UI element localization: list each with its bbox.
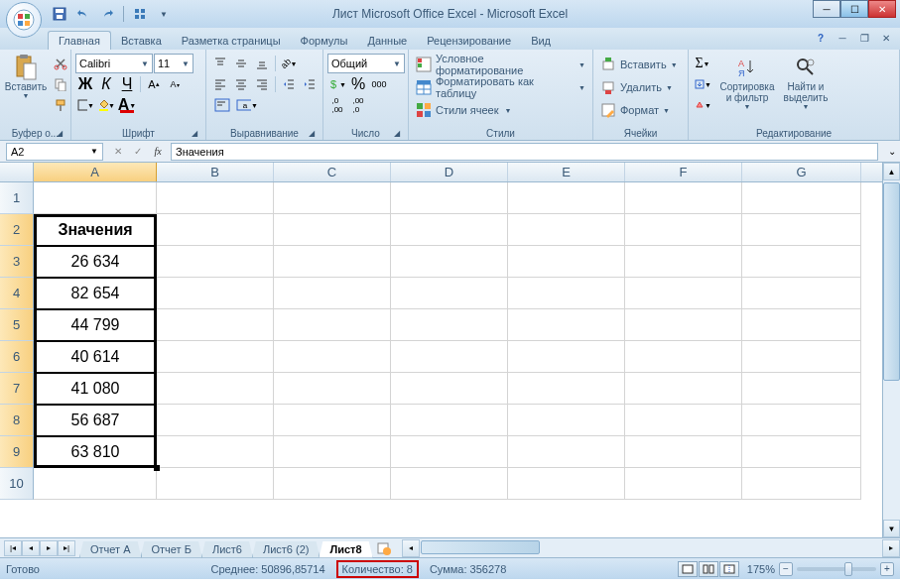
column-header-B[interactable]: B	[157, 163, 274, 181]
row-header-4[interactable]: 4	[0, 278, 34, 309]
help-icon[interactable]: ?	[813, 30, 829, 46]
cell-C7[interactable]	[274, 373, 391, 405]
tab-review[interactable]: Рецензирование	[417, 32, 521, 50]
row-header-7[interactable]: 7	[0, 373, 34, 405]
last-sheet-icon[interactable]: ▸|	[58, 540, 75, 556]
cell-A5[interactable]: 44 799	[34, 309, 157, 341]
cell-F9[interactable]	[625, 436, 742, 468]
row-header-2[interactable]: 2	[0, 214, 34, 246]
scroll-up-icon[interactable]: ▲	[883, 163, 900, 180]
scroll-down-icon[interactable]: ▼	[883, 520, 900, 537]
clear-icon[interactable]: ▼	[693, 95, 712, 115]
cell-G3[interactable]	[742, 246, 861, 278]
row-header-6[interactable]: 6	[0, 341, 34, 373]
cell-D6[interactable]	[391, 341, 508, 373]
cell-E1[interactable]	[508, 182, 625, 214]
align-middle-icon[interactable]	[231, 54, 251, 73]
enter-formula-icon[interactable]: ✓	[129, 143, 147, 161]
cell-G10[interactable]	[742, 468, 861, 500]
tab-view[interactable]: Вид	[521, 32, 561, 50]
cell-F10[interactable]	[625, 468, 742, 500]
row-header-8[interactable]: 8	[0, 405, 34, 436]
next-sheet-icon[interactable]: ▸	[40, 540, 58, 556]
row-header-5[interactable]: 5	[0, 309, 34, 341]
cut-icon[interactable]	[51, 54, 70, 73]
maximize-button[interactable]: ☐	[840, 0, 868, 18]
cell-F1[interactable]	[625, 182, 742, 214]
copy-icon[interactable]	[51, 74, 70, 94]
column-header-C[interactable]: C	[274, 163, 391, 181]
cell-E6[interactable]	[508, 341, 625, 373]
qat-custom-icon[interactable]	[130, 4, 150, 24]
cell-G4[interactable]	[742, 278, 861, 309]
cell-F7[interactable]	[625, 373, 742, 405]
number-format-combo[interactable]: Общий▼	[327, 54, 405, 73]
cell-B3[interactable]	[157, 246, 274, 278]
cell-A9[interactable]: 63 810	[34, 436, 157, 468]
underline-button[interactable]: Ч	[117, 74, 137, 94]
align-right-icon[interactable]	[252, 74, 272, 94]
cell-A8[interactable]: 56 687	[34, 405, 157, 436]
sheet-tab-1[interactable]: Отчет Б	[141, 541, 202, 558]
zoom-slider[interactable]	[797, 567, 876, 571]
orientation-icon[interactable]: ab▼	[279, 54, 299, 73]
expand-formula-icon[interactable]: ⌄	[884, 146, 900, 157]
cell-B7[interactable]	[157, 373, 274, 405]
cell-A1[interactable]	[34, 182, 157, 214]
cell-D10[interactable]	[391, 468, 508, 500]
italic-button[interactable]: К	[96, 74, 116, 94]
cell-D1[interactable]	[391, 182, 508, 214]
cell-C4[interactable]	[274, 278, 391, 309]
row-header-1[interactable]: 1	[0, 182, 34, 214]
cell-G1[interactable]	[742, 182, 861, 214]
cell-F3[interactable]	[625, 246, 742, 278]
cell-B10[interactable]	[157, 468, 274, 500]
formula-input[interactable]: Значения	[171, 143, 878, 161]
cell-A4[interactable]: 82 654	[34, 278, 157, 309]
cell-E3[interactable]	[508, 246, 625, 278]
cell-E9[interactable]	[508, 436, 625, 468]
font-size-combo[interactable]: 11▼	[154, 54, 193, 73]
cell-C8[interactable]	[274, 405, 391, 436]
increase-decimal-icon[interactable]: ,0,00	[327, 95, 347, 115]
undo-icon[interactable]	[73, 4, 93, 24]
cell-B2[interactable]	[157, 214, 274, 246]
cell-E7[interactable]	[508, 373, 625, 405]
cell-D3[interactable]	[391, 246, 508, 278]
restore-window-icon[interactable]: ❐	[856, 30, 872, 46]
column-header-G[interactable]: G	[742, 163, 861, 181]
align-left-icon[interactable]	[210, 74, 230, 94]
cell-G2[interactable]	[742, 214, 861, 246]
autosum-icon[interactable]: Σ▼	[693, 54, 712, 73]
column-header-F[interactable]: F	[625, 163, 742, 181]
cell-A3[interactable]: 26 634	[34, 246, 157, 278]
sort-filter-button[interactable]: АЯ Сортировка и фильтр▼	[719, 54, 775, 113]
format-painter-icon[interactable]	[51, 95, 70, 115]
save-icon[interactable]	[50, 4, 69, 24]
tab-page-layout[interactable]: Разметка страницы	[172, 32, 291, 50]
decrease-indent-icon[interactable]	[279, 74, 299, 94]
clipboard-launcher-icon[interactable]: ◢	[55, 129, 64, 139]
decrease-font-icon[interactable]: A▾	[165, 74, 185, 94]
number-launcher-icon[interactable]: ◢	[392, 129, 402, 139]
tab-formulas[interactable]: Формулы	[291, 32, 358, 50]
column-header-E[interactable]: E	[508, 163, 625, 181]
scroll-left-icon[interactable]: ◂	[402, 539, 420, 557]
cell-F2[interactable]	[625, 214, 742, 246]
column-header-A[interactable]: A	[34, 163, 157, 181]
horizontal-scrollbar[interactable]: ◂ ▸	[402, 539, 900, 557]
alignment-launcher-icon[interactable]: ◢	[307, 129, 317, 139]
paste-button[interactable]: Вставить ▼	[4, 54, 48, 102]
select-all-corner[interactable]	[0, 163, 34, 181]
align-bottom-icon[interactable]	[252, 54, 272, 73]
name-box[interactable]: A2▼	[6, 143, 103, 161]
percent-format-icon[interactable]: %	[348, 74, 368, 94]
cell-D2[interactable]	[391, 214, 508, 246]
cancel-formula-icon[interactable]: ✕	[109, 143, 127, 161]
scroll-right-icon[interactable]: ▸	[882, 539, 900, 557]
page-break-view-icon[interactable]	[719, 561, 739, 577]
cell-F5[interactable]	[625, 309, 742, 341]
cell-D5[interactable]	[391, 309, 508, 341]
sheet-tab-0[interactable]: Отчет А	[79, 541, 142, 558]
cell-styles-button[interactable]: Стили ячеек▼	[413, 99, 588, 121]
